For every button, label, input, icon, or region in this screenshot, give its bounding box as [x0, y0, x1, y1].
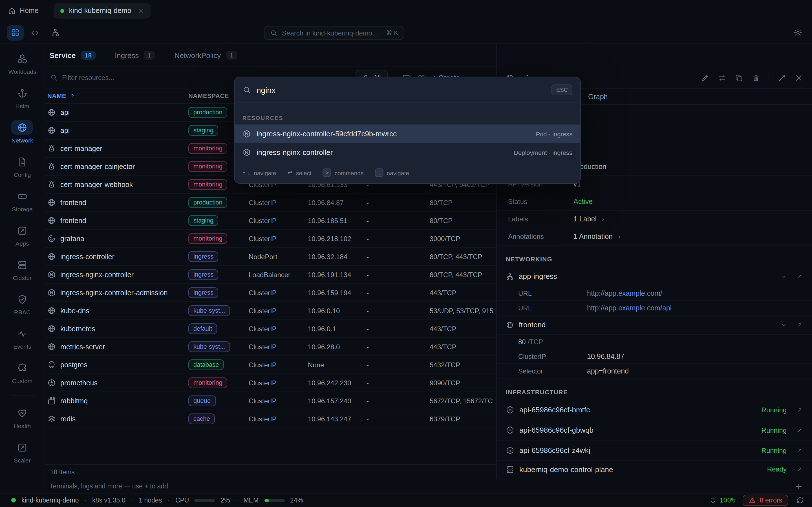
cell-cluster-ip: 10.96.159.194 — [308, 289, 366, 297]
sidebar-item-label: Cluster — [13, 274, 32, 281]
dashboard-view-button[interactable] — [7, 24, 24, 40]
sidebar-item-network[interactable]: Network — [11, 120, 33, 144]
infrastructure-row[interactable]: kuberniq-demo-control-plane Ready — [497, 461, 812, 478]
tab-networkpolicy[interactable]: NetworkPolicy 1 — [174, 51, 238, 60]
diff-icon[interactable] — [718, 73, 726, 82]
tab-ingress[interactable]: Ingress 1 — [115, 51, 155, 60]
tab-graph[interactable]: Graph — [588, 93, 608, 101]
sidebar-item-cluster[interactable]: Cluster — [11, 258, 33, 281]
statusbar-cluster-name[interactable]: kind-kuberniq-demo — [21, 497, 79, 504]
table-row[interactable]: prometheus monitoring ClusterIP 10.96.24… — [45, 374, 496, 392]
cell-type: ClusterIP — [249, 379, 308, 387]
tab-service[interactable]: Service 18 — [50, 51, 96, 60]
networking-value[interactable]: http://app.example.com/ — [587, 289, 662, 297]
sidebar-item-config[interactable]: Config — [11, 154, 33, 178]
close-tab-icon[interactable] — [138, 8, 144, 14]
resource-name: ingress-nginx-controller-admission — [60, 289, 168, 297]
networking-value[interactable]: http://app.example.com/api — [587, 304, 672, 312]
sidebar-item-events[interactable]: Events — [11, 326, 33, 350]
table-row[interactable]: postgres database ClusterIP None - 5432/… — [45, 356, 496, 374]
refresh-icon[interactable] — [796, 496, 804, 504]
palette-result[interactable]: ingress-nginx-controller-59cfdd7c9b-mwrc… — [235, 124, 580, 143]
sidebar-icon — [17, 156, 28, 167]
field-label: Status — [508, 198, 573, 206]
open-resource-icon[interactable] — [796, 406, 803, 413]
filter-input[interactable]: Filter resources... — [62, 73, 114, 81]
table-row[interactable]: metrics-server kube-syst... ClusterIP 10… — [45, 338, 496, 356]
table-row[interactable]: kubernetes default ClusterIP 10.96.0.1 -… — [45, 320, 496, 338]
sidebar-item-apps[interactable]: Apps — [11, 223, 33, 247]
cell-cluster-ip: 10.96.185.51 — [308, 217, 366, 224]
cell-type: ClusterIP — [249, 217, 308, 224]
heart-icon — [710, 497, 716, 503]
open-resource-icon[interactable] — [796, 321, 803, 328]
health-indicator[interactable]: 100% — [710, 496, 735, 504]
sidebar-item-rbac[interactable]: RBAC — [11, 292, 33, 316]
cell-external-ip: - — [366, 289, 430, 297]
sidebar-item-scaler[interactable]: Scaler — [11, 440, 33, 464]
expand-icon[interactable] — [777, 73, 786, 82]
open-resource-icon[interactable] — [796, 273, 803, 280]
networking-group-frontend[interactable]: frontend — [497, 316, 812, 335]
cell-external-ip: - — [366, 199, 430, 207]
cell-external-ip: - — [366, 271, 430, 279]
table-row[interactable]: ingress-nginx-controller-admission ingre… — [45, 284, 496, 302]
field-label: Annotations — [508, 233, 573, 240]
palette-search-input[interactable]: nginx ESC — [235, 77, 580, 103]
table-row[interactable]: frontend staging ClusterIP 10.96.185.51 … — [45, 212, 496, 230]
chevron-down-icon[interactable] — [780, 273, 787, 280]
sidebar-item-workloads[interactable]: Workloads — [8, 51, 36, 75]
open-resource-icon[interactable] — [796, 427, 803, 434]
sidebar-item-label: Storage — [12, 206, 33, 212]
sidebar-item-health[interactable]: Health — [11, 406, 33, 429]
resource-icon — [47, 270, 56, 279]
delete-icon[interactable] — [752, 73, 760, 82]
cell-cluster-ip: 10.96.143.247 — [308, 415, 366, 423]
esc-key-badge[interactable]: ESC — [552, 84, 572, 95]
sidebar-icon — [17, 88, 28, 98]
status-bar: kind-kuberniq-demo · k8s v1.35.0 · 1 nod… — [0, 493, 812, 507]
table-row[interactable]: grafana monitoring ClusterIP 10.96.218.1… — [45, 230, 496, 248]
chevron-right-icon[interactable] — [600, 216, 606, 222]
table-row[interactable]: frontend production ClusterIP 10.96.84.8… — [45, 194, 496, 212]
topology-view-button[interactable] — [51, 28, 60, 37]
sidebar-item-helm[interactable]: Helm — [11, 86, 33, 109]
cell-type: ClusterIP — [249, 199, 308, 207]
table-row[interactable]: rabbitmq queue ClusterIP 10.96.157.240 -… — [45, 392, 496, 410]
palette-result[interactable]: ingress-nginx-controller Deployment · in… — [235, 143, 580, 162]
resource-name: kubernetes — [60, 325, 95, 333]
home-button[interactable]: Home — [8, 7, 39, 15]
add-terminal-icon[interactable] — [795, 482, 803, 490]
open-resource-icon[interactable] — [796, 466, 803, 473]
copy-icon[interactable] — [735, 73, 743, 82]
open-resource-icon[interactable] — [796, 447, 803, 454]
global-search-input[interactable]: Search in kind-kuberniq-demo... ⌘ K — [264, 26, 404, 40]
table-row[interactable]: redis cache ClusterIP 10.96.143.247 - 63… — [45, 410, 496, 428]
resource-name: frontend — [60, 217, 86, 224]
edit-icon[interactable] — [701, 73, 709, 82]
status-badge: Running — [762, 406, 786, 414]
search-placeholder: Search in kind-kuberniq-demo... — [282, 29, 378, 37]
chevron-right-icon[interactable] — [616, 233, 622, 240]
sidebar-item-storage[interactable]: Storage — [11, 189, 33, 212]
settings-button[interactable] — [794, 28, 802, 37]
close-panel-icon[interactable] — [795, 73, 803, 82]
networking-group-app-ingress[interactable]: app-ingress — [497, 267, 812, 286]
networking-value: app=frontend — [587, 367, 629, 375]
table-row[interactable]: ingress-nginx-controller ingress LoadBal… — [45, 266, 496, 284]
column-name[interactable]: NAME — [47, 93, 188, 99]
table-row[interactable]: kube-dns kube-syst... ClusterIP 10.96.0.… — [45, 302, 496, 320]
cpu-meter — [195, 499, 215, 502]
cluster-tab[interactable]: kind-kuberniq-demo — [54, 3, 151, 18]
chevron-down-icon[interactable] — [780, 321, 787, 328]
sidebar-item-custom[interactable]: Custom — [11, 360, 33, 384]
infrastructure-row[interactable]: JS api-65986c96cf-gbwqb Running — [497, 420, 812, 441]
errors-button[interactable]: 8 errors — [743, 495, 788, 506]
infrastructure-row[interactable]: JS api-65986c96cf-z4wkj Running — [497, 441, 812, 461]
table-row[interactable]: ingress-controller ingress NodePort 10.9… — [45, 248, 496, 266]
result-name: ingress-nginx-controller-59cfdd7c9b-mwrc… — [257, 129, 397, 138]
sidebar-icon — [17, 294, 28, 304]
networking-row: ClusterIP 10.96.84.87 — [497, 349, 812, 364]
infrastructure-row[interactable]: JS api-65986c96cf-bmtfc Running — [497, 400, 812, 420]
yaml-view-button[interactable] — [31, 28, 40, 37]
